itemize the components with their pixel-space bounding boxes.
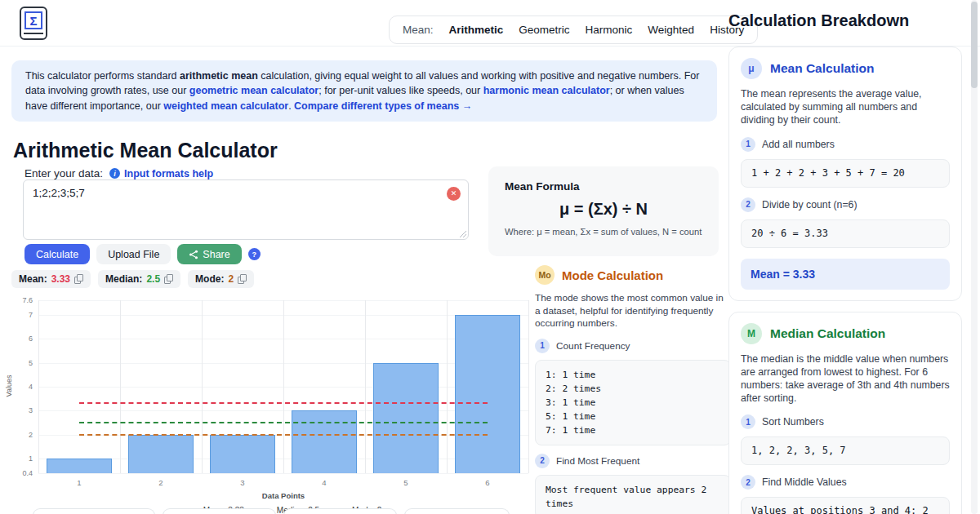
code-line: 3: 1 time xyxy=(546,396,720,410)
step-label-row: 1Count Frequency xyxy=(535,339,731,353)
action-buttons: Calculate Upload File Share ? xyxy=(24,244,261,264)
info-banner: This calculator performs standard arithm… xyxy=(11,60,717,122)
code-line: Values at positions 3 and 4: 2 and 3 xyxy=(751,505,939,514)
mean-card-steps: 1Add all numbers1 + 2 + 2 + 3 + 5 + 7 = … xyxy=(741,137,950,248)
data-input[interactable]: 1;2;2;3;5;7 xyxy=(24,180,468,239)
mean-type-nav: Mean: ArithmeticGeometricHarmonicWeighte… xyxy=(389,16,758,44)
median-card-steps: 1Sort Numbers1, 2, 2, 3, 5, 72Find Middl… xyxy=(741,414,950,514)
step-label-row: 2Divide by count (n=6) xyxy=(741,197,950,212)
x-axis-tick: 6 xyxy=(485,478,489,487)
share-button[interactable]: Share xyxy=(177,244,241,264)
tab-geometric[interactable]: Geometric xyxy=(519,24,569,36)
result-pill: Mean:3.33 xyxy=(11,270,91,288)
y-axis-tick: 1 xyxy=(11,454,33,463)
sidebar-title: Calculation Breakdown xyxy=(728,11,962,30)
mean-calculation-card: μ Mean Calculation The mean represents t… xyxy=(728,47,962,301)
page: Σ Mean: ArithmeticGeometricHarmonicWeigh… xyxy=(0,0,980,514)
result-value: 3.33 xyxy=(51,273,70,285)
stat-card-stub xyxy=(404,508,510,514)
info-banner-text: This calculator performs standard arithm… xyxy=(25,69,703,113)
mean-result-box: Mean = 3.33 xyxy=(741,259,950,290)
mode-steps: 1Count Frequency1: 1 time2: 2 times3: 1 … xyxy=(535,339,731,514)
code-line: 1, 2, 2, 3, 5, 7 xyxy=(751,445,939,457)
step-label: Divide by count (n=6) xyxy=(762,199,858,210)
input-formats-help-link[interactable]: i Input formats help xyxy=(109,168,213,179)
step-code-block: Values at positions 3 and 4: 2 and 3 xyxy=(741,497,950,514)
median-card-title: Median Calculation xyxy=(770,326,885,341)
step-label: Find Middle Values xyxy=(762,476,847,488)
chart-bar xyxy=(373,363,439,473)
mean-card-header: μ Mean Calculation xyxy=(741,58,950,79)
chart-bar xyxy=(210,435,275,473)
scrollbar-track[interactable] xyxy=(971,0,978,514)
help-button[interactable]: ? xyxy=(248,248,261,260)
code-line: 5: 1 time xyxy=(546,410,720,423)
clear-input-button[interactable]: ✕ xyxy=(447,187,461,201)
banner-link[interactable]: geometric mean calculator xyxy=(189,85,318,96)
tab-harmonic[interactable]: Harmonic xyxy=(586,24,633,36)
copy-icon[interactable] xyxy=(74,274,83,284)
step-label-row: 1Add all numbers xyxy=(741,137,950,152)
y-axis-tick: 3 xyxy=(11,406,33,414)
x-axis-label: Data Points xyxy=(262,491,305,500)
step-number-badge: 2 xyxy=(741,475,755,490)
result-value: 2.5 xyxy=(146,273,160,285)
x-axis-tick: 4 xyxy=(322,478,326,487)
scrollbar-thumb[interactable] xyxy=(971,2,978,88)
banner-bold-text: arithmetic mean xyxy=(180,70,258,82)
copy-icon[interactable] xyxy=(164,274,173,284)
sigma-glyph: Σ xyxy=(24,11,42,29)
step-number-badge: 2 xyxy=(741,197,755,212)
result-label: Median: xyxy=(105,273,142,285)
grid-line-v xyxy=(202,300,203,473)
banner-text-segment: This calculator performs standard xyxy=(25,70,180,82)
grid-line-v xyxy=(447,300,448,473)
grid-line-h xyxy=(38,473,528,474)
step-code-block: 1: 1 time2: 2 times3: 1 time5: 1 time7: … xyxy=(535,360,731,445)
mu-badge-icon: μ xyxy=(741,58,762,79)
sigma-logo-icon[interactable]: Σ xyxy=(20,7,47,40)
grid-line-v xyxy=(120,300,121,473)
banner-link[interactable]: harmonic mean calculator xyxy=(483,85,610,96)
step-code-block: Most frequent value appears 2 times xyxy=(535,475,731,514)
mean-card-description: The mean represents the average value, c… xyxy=(741,87,950,127)
result-label: Mean: xyxy=(19,273,47,285)
result-pill: Mode:2 xyxy=(188,270,254,288)
mean-card-title: Mean Calculation xyxy=(770,61,874,76)
input-label: Enter your data: xyxy=(24,167,103,179)
step-label: Count Frequency xyxy=(556,340,630,352)
banner-text-segment: ; for per-unit values like speeds, our xyxy=(318,85,483,96)
input-label-row: Enter your data: i Input formats help xyxy=(24,167,213,179)
step-number-badge: 1 xyxy=(741,137,755,152)
result-label: Mode: xyxy=(195,273,224,285)
step-number-badge: 1 xyxy=(535,339,550,353)
code-line: Most frequent value appears 2 times xyxy=(546,483,720,511)
code-line: 1: 1 time xyxy=(546,368,720,382)
mean-formula-panel: Mean Formula μ = (Σx) ÷ N Where: μ = mea… xyxy=(488,166,719,256)
upload-file-button[interactable]: Upload File xyxy=(96,244,171,264)
mean-nav-label: Mean: xyxy=(403,24,434,36)
grid-line-v xyxy=(283,300,284,473)
banner-link[interactable]: Compare different types of means → xyxy=(294,100,472,112)
step-label: Add all numbers xyxy=(762,139,835,150)
step-code-block: 1 + 2 + 2 + 3 + 5 + 7 = 20 xyxy=(741,159,950,188)
tab-arithmetic[interactable]: Arithmetic xyxy=(449,24,504,36)
tab-weighted[interactable]: Weighted xyxy=(648,24,694,36)
stat-card-stub xyxy=(163,508,276,514)
chart-bar xyxy=(455,315,520,473)
y-axis-tick: 6 xyxy=(11,335,33,343)
chart-bar xyxy=(292,410,357,473)
copy-icon[interactable] xyxy=(238,274,247,284)
mode-panel-description: The mode shows the most common value in … xyxy=(535,292,731,330)
result-pill: Median:2.5 xyxy=(98,270,180,288)
step-label-row: 1Sort Numbers xyxy=(741,414,950,429)
grid-line-v xyxy=(528,300,529,473)
formula-panel-title: Mean Formula xyxy=(505,180,702,193)
y-axis-tick: 0.4 xyxy=(11,469,33,477)
y-axis-tick: 7 xyxy=(11,311,33,319)
banner-link[interactable]: weighted mean calculator xyxy=(163,100,288,112)
y-axis-tick: 5 xyxy=(11,359,33,367)
step-number-badge: 1 xyxy=(741,414,755,429)
calculate-button[interactable]: Calculate xyxy=(24,244,90,264)
result-value: 2 xyxy=(228,273,234,285)
